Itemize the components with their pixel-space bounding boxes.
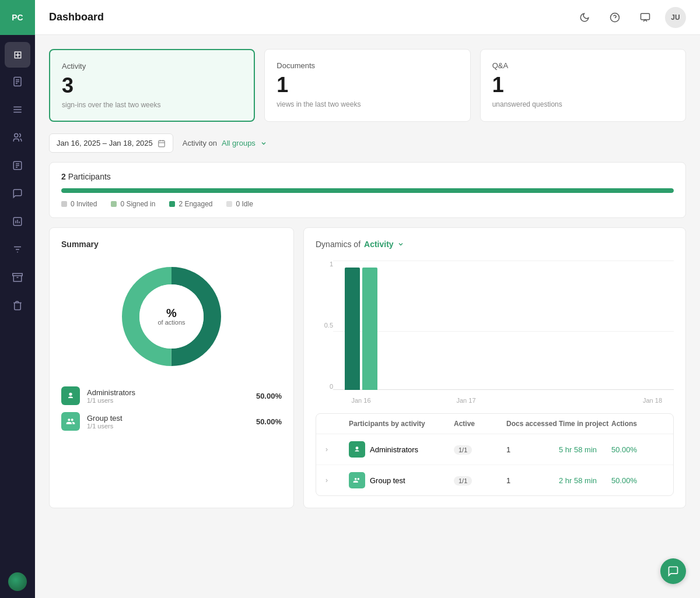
qna-desc: unanswered questions	[492, 100, 674, 108]
date-picker[interactable]: Jan 16, 2025 – Jan 18, 2025	[49, 133, 173, 153]
activity-on-label: Activity on	[183, 139, 217, 147]
content-area: Activity 3 sign-ins over the last two we…	[35, 35, 700, 598]
document-icon	[12, 76, 23, 90]
group-test-time: 2 hr 58 min	[559, 476, 611, 485]
admins-active: 1/1	[454, 445, 506, 454]
sidebar-item-dashboard[interactable]: ⊞	[5, 42, 30, 68]
col-time: Time in project	[559, 420, 611, 428]
sidebar-item-archive[interactable]	[5, 266, 30, 291]
date-range-text: Jan 16, 2025 – Jan 18, 2025	[57, 139, 153, 147]
chat-fab-button[interactable]	[660, 558, 686, 584]
sidebar: PC ⊞	[0, 0, 35, 598]
stat-card-qna: Q&A 1 unanswered questions	[480, 49, 686, 122]
dashboard-icon: ⊞	[13, 48, 22, 61]
table-row-admins: › Administrators 1/1 1	[316, 434, 673, 465]
row-group-test-name: Group test	[349, 472, 454, 488]
group-test-row-icon	[349, 472, 365, 488]
group-test-actions: 50.00%	[611, 476, 664, 485]
documents-label: Documents	[276, 61, 458, 70]
people-icon	[12, 132, 23, 146]
header: Dashboard JU	[35, 0, 700, 35]
signed-in-label: 0 Signed in	[120, 200, 155, 208]
invited-label: 0 Invited	[71, 200, 97, 208]
group-test-active: 1/1	[454, 476, 506, 485]
svg-point-7	[15, 133, 18, 137]
header-actions: JU	[574, 7, 686, 28]
documents-desc: views in the last two weeks	[276, 100, 458, 108]
group-rows: Administrators 1/1 users 50.00% Group t	[61, 386, 282, 431]
expand-admins[interactable]: ›	[326, 445, 349, 453]
legend-signed-in: 0 Signed in	[111, 200, 155, 208]
group-test-pct: 50.00%	[256, 417, 282, 426]
user-avatar[interactable]: JU	[665, 7, 686, 28]
admins-docs: 1	[506, 445, 559, 454]
bottom-section: Summary % of actions	[49, 227, 686, 508]
col-docs: Docs accessed	[506, 420, 559, 428]
sidebar-nav: ⊞	[5, 35, 30, 565]
x-label-jan16: Jan 16	[345, 397, 377, 404]
engaged-dot	[169, 201, 175, 207]
sidebar-item-analytics[interactable]	[5, 210, 30, 235]
trash-icon	[12, 300, 23, 314]
sidebar-item-people[interactable]	[5, 126, 30, 152]
chart-body: Jan 16 Jan 17 Jan 18	[333, 258, 674, 404]
donut-pct-text: %	[158, 307, 185, 319]
sidebar-item-reports[interactable]	[5, 154, 30, 180]
page-title: Dashboard	[49, 11, 104, 23]
legend-invited: 0 Invited	[61, 200, 97, 208]
bar-jan16-dark	[345, 268, 360, 390]
dynamics-metric[interactable]: Activity	[364, 240, 394, 249]
y-label-05: 0.5	[316, 322, 333, 329]
main-area: Dashboard JU Activi	[35, 0, 700, 598]
y-axis: 1 0.5 0	[316, 258, 333, 404]
idle-dot	[226, 201, 232, 207]
table-header: Participants by activity Active Docs acc…	[316, 414, 673, 434]
donut-chart-container: % of actions	[61, 258, 282, 375]
participants-header: 2 Participants	[61, 172, 674, 181]
admins-actions: 50.00%	[611, 445, 664, 454]
sidebar-item-filters[interactable]	[5, 238, 30, 263]
svg-rect-23	[641, 13, 650, 20]
row-admins-name: Administrators	[349, 441, 454, 458]
reports-icon	[12, 160, 23, 174]
expand-group-test[interactable]: ›	[326, 476, 349, 484]
progress-bar-fill	[61, 188, 674, 193]
qna-label: Q&A	[492, 61, 674, 70]
invited-dot	[61, 201, 67, 207]
bar-jan16-light	[362, 268, 377, 390]
stat-card-documents: Documents 1 views in the last two weeks	[264, 49, 470, 122]
analytics-icon	[12, 216, 23, 230]
legend-engaged: 2 Engaged	[169, 200, 212, 208]
dynamics-panel: Dynamics of Activity 1 0.5 0	[303, 227, 686, 508]
sidebar-item-documents[interactable]	[5, 70, 30, 96]
admins-time: 5 hr 58 min	[559, 445, 611, 454]
participants-legend: 0 Invited 0 Signed in 2 Engaged 0 Idle	[61, 200, 674, 208]
tasks-icon	[12, 104, 23, 118]
admins-pct: 50.00%	[256, 392, 282, 400]
group-row-admins: Administrators 1/1 users 50.00%	[61, 386, 282, 405]
dynamics-header: Dynamics of Activity	[316, 240, 674, 249]
engaged-label: 2 Engaged	[178, 200, 212, 208]
activity-desc: sign-ins over the last two weeks	[62, 101, 242, 109]
sidebar-item-tasks[interactable]	[5, 98, 30, 124]
signed-in-dot	[111, 201, 117, 207]
participants-table: Participants by activity Active Docs acc…	[316, 413, 674, 496]
help-button[interactable]	[604, 7, 625, 28]
y-label-0: 0	[316, 383, 333, 390]
notifications-button[interactable]	[635, 7, 656, 28]
stat-card-activity: Activity 3 sign-ins over the last two we…	[49, 49, 255, 122]
admins-icon	[61, 386, 80, 405]
archive-icon	[12, 272, 23, 286]
sidebar-item-chat[interactable]	[5, 182, 30, 207]
group-test-icon	[61, 412, 80, 431]
admins-users: 1/1 users	[87, 397, 249, 404]
y-label-1: 1	[316, 261, 333, 268]
activity-filter: Activity on All groups	[183, 139, 267, 147]
donut-sub-text: of actions	[158, 319, 185, 326]
sidebar-item-trash[interactable]	[5, 294, 30, 319]
group-test-name: Group test	[87, 414, 249, 423]
participants-progress-bar	[61, 188, 674, 193]
theme-toggle-button[interactable]	[574, 7, 595, 28]
col-name: Participants by activity	[349, 420, 454, 428]
group-filter-dropdown[interactable]: All groups	[222, 139, 256, 147]
